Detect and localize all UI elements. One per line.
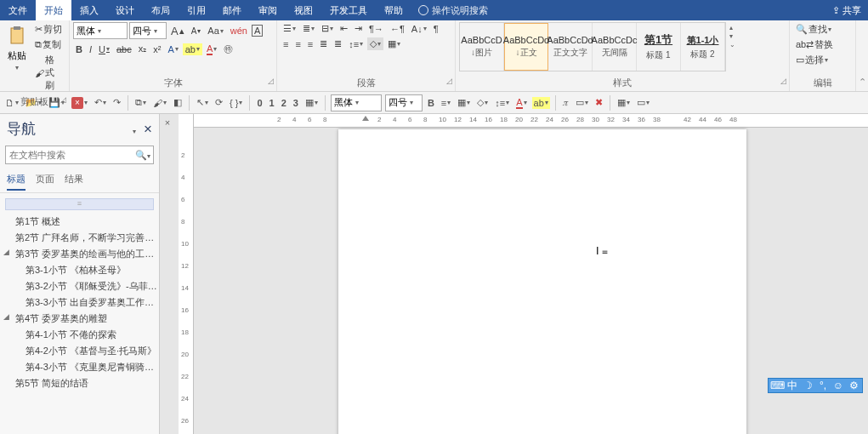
tab-developer[interactable]: 开发工具	[321, 0, 376, 20]
qat-box[interactable]: ▦▾	[616, 96, 632, 109]
shrink-font-button[interactable]: A▾	[189, 26, 204, 37]
qat-eraser[interactable]: ◧	[172, 96, 184, 109]
qat-spacing[interactable]: ↕≡▾	[493, 97, 511, 109]
qat-shading[interactable]: ◇▾	[475, 96, 490, 109]
qat-n1[interactable]: 1	[268, 97, 276, 109]
show-marks-button[interactable]: ¶	[431, 23, 441, 35]
qat-align[interactable]: ≡▾	[440, 97, 452, 109]
nav-search-input[interactable]	[6, 150, 133, 160]
strike-button[interactable]: abc	[114, 43, 134, 55]
qat-goto[interactable]: ▭▾	[574, 96, 590, 109]
qat-redo[interactable]: ↷	[111, 96, 122, 109]
text-effects-button[interactable]: A▾	[165, 43, 180, 55]
copy-button[interactable]: ⧉ 复制	[32, 37, 65, 52]
nav-tree-item[interactable]: ◢第4节 委罗基奥的雕塑	[0, 311, 159, 327]
multilevel-button[interactable]: ⊟▾	[319, 22, 336, 35]
borders-button[interactable]: ▦▾	[385, 37, 403, 50]
increase-indent-button[interactable]: ⇥	[352, 22, 365, 35]
nav-search-button[interactable]: 🔍▾	[133, 150, 153, 161]
qat-copy[interactable]: ⧉▾	[133, 96, 148, 109]
shading-button[interactable]: ◇▾	[367, 37, 383, 50]
qat-equation[interactable]: 𝜋	[561, 96, 570, 109]
format-painter-button[interactable]: 🖌 格式刷	[32, 53, 65, 93]
paragraph-launcher[interactable]: ◿	[446, 77, 452, 85]
char-border-button[interactable]: A	[252, 25, 263, 37]
horizontal-ruler[interactable]: 8642246810121416182022242628303234363842…	[194, 114, 868, 128]
tab-layout[interactable]: 布局	[143, 0, 179, 20]
share-button[interactable]: ⇪ 共享	[832, 4, 861, 17]
decrease-indent-button[interactable]: ⇤	[338, 22, 350, 35]
qat-paintbrush[interactable]: 🖌▾	[151, 97, 168, 109]
select-button[interactable]: ▭ 选择 ▾	[793, 53, 831, 67]
document-page[interactable]	[338, 129, 746, 434]
nav-tab-pages[interactable]: 页面	[36, 173, 54, 191]
line-spacing-button[interactable]: ↕≡▾	[346, 38, 366, 50]
subscript-button[interactable]: x₂	[136, 43, 150, 55]
ime-keyboard-icon[interactable]: ⌨	[771, 380, 783, 391]
qat-field[interactable]: { }▾	[228, 97, 244, 109]
nav-tree-item[interactable]: 第2节 广拜名师，不断学习完善自己	[0, 230, 159, 246]
qat-highlight[interactable]: ab▾	[532, 97, 550, 109]
change-case-button[interactable]: Aa▾	[205, 25, 225, 37]
collapse-ribbon-button[interactable]: ⌃	[856, 20, 868, 91]
nav-menu-button[interactable]: ▾	[133, 128, 136, 135]
nav-tree-item[interactable]: 第3-3小节 出自委罗基奥工作室...	[0, 294, 159, 311]
paste-button[interactable]: 粘贴 ▾	[3, 22, 31, 73]
qat-n0[interactable]: 0	[255, 97, 264, 109]
align-distribute-button[interactable]: ≣	[332, 37, 344, 50]
font-color-button[interactable]: A▾	[204, 43, 219, 56]
style-image[interactable]: AaBbCcD↓图片	[460, 23, 504, 71]
vertical-ruler[interactable]: 24681012141618202224262830	[179, 114, 194, 434]
nav-close-button[interactable]: ×	[144, 121, 152, 137]
enclose-char-button[interactable]: ㊕	[221, 42, 235, 56]
numbering-button[interactable]: ≣▾	[300, 22, 317, 35]
superscript-button[interactable]: x²	[150, 43, 163, 55]
nav-tree-item[interactable]: 第3-2小节 《耶稣受洗》-乌菲齐...	[0, 278, 159, 294]
bold-button[interactable]: B	[73, 43, 85, 55]
qat-table[interactable]: ▦▾	[304, 96, 320, 109]
cut-button[interactable]: ✂ 剪切	[32, 22, 65, 37]
sort-button[interactable]: A↓▾	[409, 23, 429, 35]
align-right-button[interactable]: ≡	[305, 38, 315, 50]
qat-more[interactable]: ▭▾	[635, 96, 651, 109]
align-justify-button[interactable]: ≣	[317, 37, 330, 50]
pinyin-guide-button[interactable]: wén	[228, 25, 250, 37]
nav-tree-item[interactable]: ◢第3节 委罗基奥的绘画与他的工作室	[0, 246, 159, 262]
nav-tree-item[interactable]: 第5节 简短的结语	[0, 375, 159, 391]
qat-font-size[interactable]: 四号▾	[385, 94, 423, 111]
clipboard-launcher[interactable]: ◿	[60, 95, 66, 104]
find-button[interactable]: 🔍 查找 ▾	[793, 22, 834, 37]
qat-n2[interactable]: 2	[280, 97, 288, 109]
nav-tab-headings[interactable]: 标题	[7, 173, 26, 191]
rtl-button[interactable]: ←¶	[388, 23, 407, 35]
nav-tab-results[interactable]: 结果	[65, 173, 83, 191]
qat-remove[interactable]: ✖	[593, 96, 604, 109]
bullets-button[interactable]: ☰▾	[281, 22, 298, 35]
nav-tree-item[interactable]: 第3-1小节 《柏林圣母》	[0, 262, 159, 278]
style-body-text[interactable]: AaBbCcDd正文文字	[548, 23, 593, 71]
qat-font-family[interactable]: 黑体▾	[331, 94, 382, 111]
nav-tree-item[interactable]: 第4-3小节 《克里奥尼青铜骑马...	[0, 359, 159, 375]
style-normal[interactable]: AaBbCcDd↓正文	[504, 23, 548, 71]
qat-close[interactable]: ×▾	[70, 96, 89, 110]
tab-references[interactable]: 引用	[179, 0, 214, 20]
ime-lang-button[interactable]: 中	[786, 380, 798, 391]
ime-moon-icon[interactable]: ☽	[802, 380, 814, 391]
tab-home[interactable]: 开始	[36, 0, 71, 20]
styles-launcher[interactable]: ◿	[780, 77, 786, 85]
ime-settings-button[interactable]: ⚙	[848, 380, 859, 391]
style-heading2[interactable]: 第1-1小标题 2	[681, 23, 725, 71]
qat-n3[interactable]: 3	[292, 97, 300, 109]
style-no-spacing[interactable]: AaBbCcDc无间隔	[593, 23, 637, 71]
align-left-button[interactable]: ≡	[281, 38, 291, 50]
font-family-select[interactable]: 黑体▾	[73, 22, 128, 39]
align-center-button[interactable]: ≡	[292, 38, 303, 50]
tell-me-search[interactable]: 操作说明搜索	[418, 0, 488, 20]
pane-close-icon[interactable]: ×	[162, 117, 173, 129]
qat-pointer[interactable]: ↖▾	[195, 96, 210, 109]
font-size-select[interactable]: 四号▾	[129, 22, 167, 39]
nav-tree-item[interactable]: 第4-2小节 《基督与圣·托马斯》	[0, 343, 159, 359]
qat-border[interactable]: ▦▾	[456, 96, 472, 109]
tab-insert[interactable]: 插入	[71, 0, 107, 20]
italic-button[interactable]: I	[87, 43, 94, 55]
